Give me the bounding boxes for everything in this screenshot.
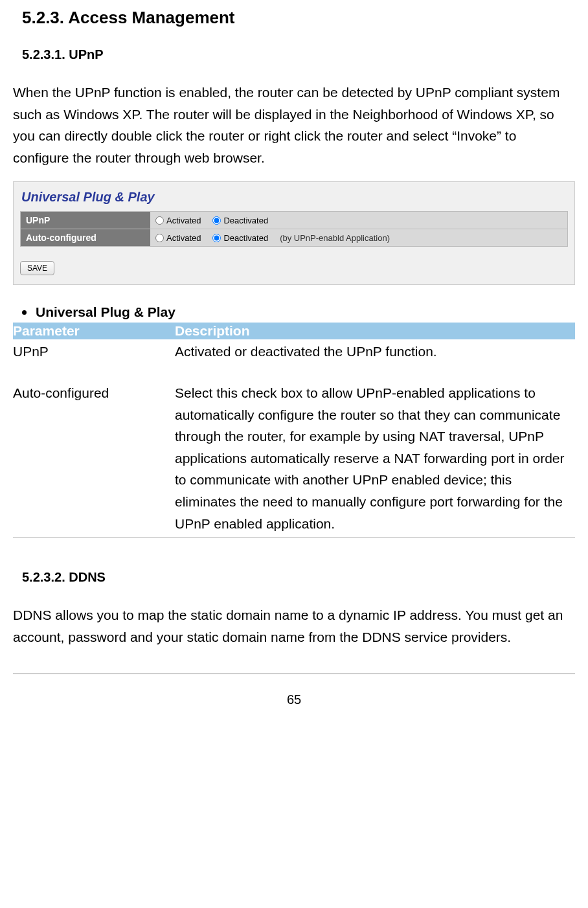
radio-upnp-deactivated[interactable] (212, 216, 221, 225)
radio-label: Activated (166, 216, 201, 225)
bullet-heading-text: Universal Plug & Play (36, 304, 175, 320)
router-config-panel: Universal Plug & Play UPnP Activated Dea… (13, 181, 575, 285)
cell-desc: Select this check box to allow UPnP-enab… (175, 381, 575, 538)
cell-param: Auto-configured (13, 381, 175, 538)
radio-option-activated[interactable]: Activated (155, 216, 201, 225)
table-row: UPnP Activated or deactivated the UPnP f… (13, 339, 575, 381)
radio-label: Deactivated (223, 216, 268, 225)
radio-option-activated[interactable]: Activated (155, 233, 201, 243)
radio-autoconf-activated[interactable] (155, 234, 164, 242)
row-content: Activated Deactivated (by UPnP-enabld Ap… (150, 229, 567, 246)
row-label: Auto-configured (21, 229, 150, 246)
radio-label: Activated (166, 233, 201, 243)
section-heading: 5.2.3. Access Management (22, 8, 575, 28)
save-button[interactable]: SAVE (20, 261, 54, 275)
option-hint: (by UPnP-enabld Application) (280, 233, 390, 243)
row-label: UPnP (21, 212, 150, 229)
config-row-autoconfig: Auto-configured Activated Deactivated (b… (20, 229, 568, 247)
table-header-description: Description (175, 323, 575, 339)
cell-desc: Activated or deactivated the UPnP functi… (175, 339, 575, 381)
radio-autoconf-deactivated[interactable] (212, 234, 221, 242)
radio-option-deactivated[interactable]: Deactivated (212, 233, 268, 243)
panel-title: Universal Plug & Play (20, 188, 568, 211)
bullet-icon (22, 310, 27, 315)
row-content: Activated Deactivated (150, 212, 567, 229)
bullet-heading: Universal Plug & Play (22, 304, 575, 320)
radio-label: Deactivated (223, 233, 268, 243)
page-number: 65 (13, 692, 575, 707)
radio-upnp-activated[interactable] (155, 216, 164, 225)
table-row: Auto-configured Select this check box to… (13, 381, 575, 538)
cell-param: UPnP (13, 339, 175, 381)
config-row-upnp: UPnP Activated Deactivated (20, 211, 568, 229)
paragraph-upnp: When the UPnP function is enabled, the r… (13, 82, 575, 168)
subsection-heading-upnp: 5.2.3.1. UPnP (22, 47, 575, 62)
radio-option-deactivated[interactable]: Deactivated (212, 216, 268, 225)
parameter-table: Parameter Description UPnP Activated or … (13, 323, 575, 538)
table-header-parameter: Parameter (13, 323, 175, 339)
subsection-heading-ddns: 5.2.3.2. DDNS (22, 570, 575, 585)
footer-rule (13, 674, 575, 674)
paragraph-ddns: DDNS allows you to map the static domain… (13, 604, 575, 648)
